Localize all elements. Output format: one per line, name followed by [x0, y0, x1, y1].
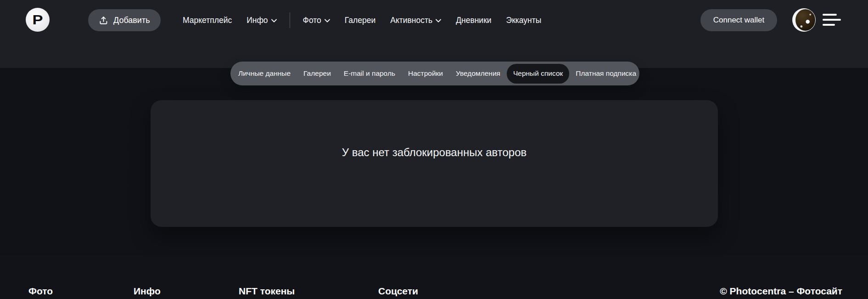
empty-state-message: У вас нет заблокированных авторов [151, 146, 718, 159]
footer-column-nft-tokens: NFT токены [239, 286, 295, 297]
footer-column-photo: Фото [28, 286, 53, 297]
add-button-label: Добавить [113, 16, 150, 25]
tab-blacklist[interactable]: Черный список [507, 64, 569, 84]
nav-divider [290, 12, 290, 28]
tab-paid-subscription[interactable]: Платная подписка [569, 64, 643, 84]
chevron-down-icon [436, 19, 441, 23]
chevron-down-icon [325, 19, 330, 23]
connect-wallet-label: Connect wallet [713, 16, 765, 25]
nav-item-diaries[interactable]: Дневники [456, 16, 491, 25]
footer-column-socials: Соцсети [378, 286, 418, 297]
connect-wallet-button[interactable]: Connect wallet [700, 9, 777, 31]
top-navigation-bar: P Добавить Маркетплейс Инфо [0, 0, 868, 68]
nav-item-accounts[interactable]: Эккаунты [506, 16, 542, 25]
page: P Добавить Маркетплейс Инфо [0, 0, 868, 299]
copyright-text: © Photocentra – Фотосайт [720, 286, 842, 297]
blacklist-panel: У вас нет заблокированных авторов [151, 100, 718, 227]
tab-galleries[interactable]: Галереи [297, 64, 337, 84]
tab-settings[interactable]: Настройки [402, 64, 449, 84]
nav-item-activity[interactable]: Активность [390, 16, 441, 25]
logo-letter: P [33, 12, 43, 28]
nav-item-info[interactable]: Инфо [246, 16, 276, 25]
nav-item-marketplace[interactable]: Маркетплейс [183, 16, 232, 25]
site-logo[interactable]: P [26, 8, 50, 32]
nav-item-photo[interactable]: Фото [303, 16, 330, 25]
settings-tabs: Личные данные Галереи E-mail и пароль На… [230, 62, 639, 85]
user-avatar[interactable] [792, 8, 816, 32]
nav-item-galleries[interactable]: Галереи [345, 16, 375, 25]
tab-personal-data[interactable]: Личные данные [232, 64, 297, 84]
tab-notifications[interactable]: Уведомления [449, 64, 507, 84]
menu-icon[interactable] [823, 14, 841, 26]
footer-column-info: Инфо [134, 286, 161, 297]
add-button[interactable]: Добавить [88, 9, 161, 31]
footer: Фото Инфо NFT токены Соцсети © Photocent… [0, 256, 868, 299]
main-menu: Маркетплейс Инфо Фото Галереи Активность [183, 0, 541, 40]
chevron-down-icon [271, 19, 277, 23]
tab-email-password[interactable]: E-mail и пароль [337, 64, 402, 84]
upload-icon [99, 16, 108, 25]
